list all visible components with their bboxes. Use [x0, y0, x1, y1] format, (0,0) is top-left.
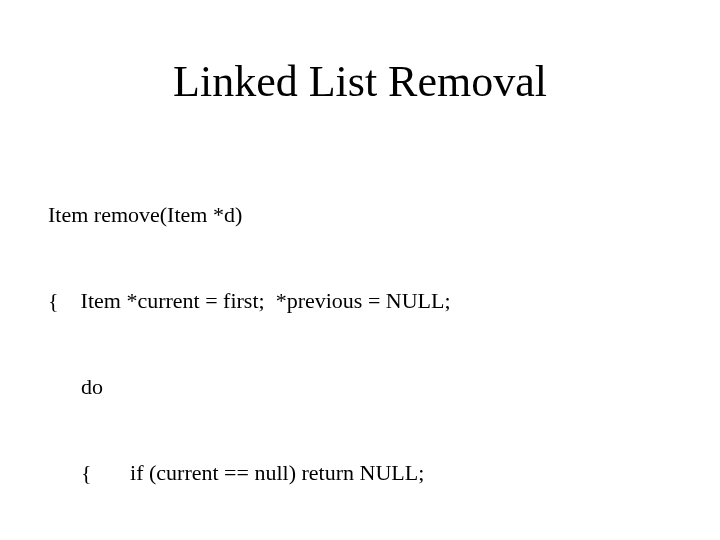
- code-line: { Item *current = first; *previous = NUL…: [48, 287, 672, 316]
- code-line: Item remove(Item *d): [48, 201, 672, 230]
- slide-title: Linked List Removal: [0, 56, 720, 107]
- code-block: Item remove(Item *d) { Item *current = f…: [48, 144, 672, 540]
- slide: Linked List Removal Item remove(Item *d)…: [0, 0, 720, 540]
- code-line: do: [48, 373, 672, 402]
- code-line: { if (current == null) return NULL;: [48, 459, 672, 488]
